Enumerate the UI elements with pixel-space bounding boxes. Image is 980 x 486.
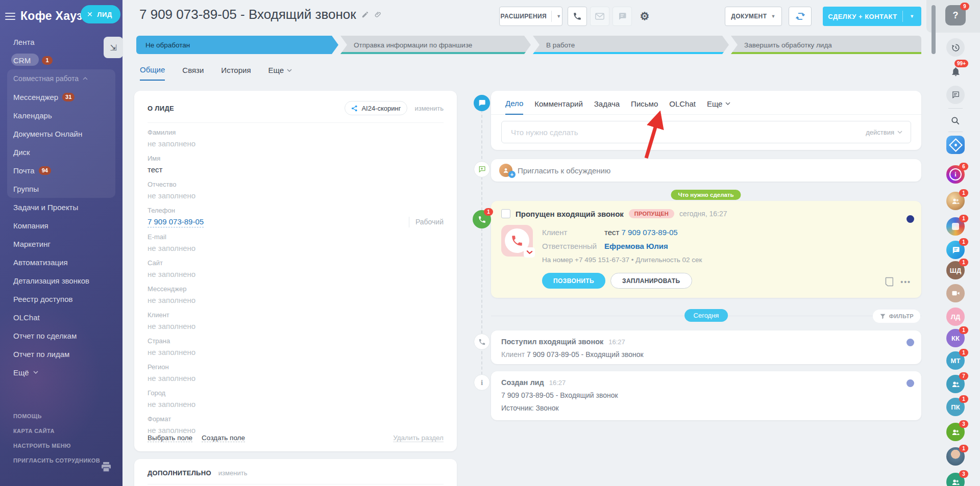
sidebar-item-mail[interactable]: Почта94 [0, 161, 122, 180]
stage-not-processed[interactable]: Не обработан [136, 36, 338, 54]
tab-activity[interactable]: Дело [505, 99, 523, 115]
video-call-icon[interactable] [946, 284, 965, 302]
help-link[interactable]: ПОМОЩЬ [13, 413, 100, 419]
chat-button[interactable] [612, 7, 632, 26]
chat-lines-icon[interactable] [946, 86, 965, 104]
network-app-icon[interactable] [946, 136, 965, 154]
tab-task[interactable]: Задача [594, 99, 620, 114]
tab-relations[interactable]: Связи [182, 65, 204, 81]
collage-app-avatar[interactable]: 1 [946, 217, 965, 236]
create-field-link[interactable]: Создать поле [202, 434, 245, 442]
info-app-icon[interactable]: i 6 [946, 165, 965, 184]
more-menu-icon[interactable]: ••• [900, 278, 911, 286]
sidebar-item-company[interactable]: Компания [0, 216, 122, 235]
notifications-bell-icon[interactable]: 99+ [946, 62, 965, 81]
caret-down-icon: ▼ [556, 14, 561, 19]
tab-general[interactable]: Общие [140, 65, 165, 81]
sidebar-item-automation[interactable]: Автоматизация [0, 253, 122, 271]
tab-history[interactable]: История [221, 65, 251, 81]
close-icon[interactable]: ✕ [87, 10, 93, 18]
chat-app-icon[interactable]: 1 [946, 241, 965, 259]
scrollbar[interactable] [932, 5, 936, 54]
today-pill[interactable]: Сегодня [684, 309, 728, 322]
sidebar-item-tasks[interactable]: Задачи и Проекты [0, 198, 122, 216]
sidebar-item-more[interactable]: Ещё [0, 363, 122, 381]
sidebar-item-marketing[interactable]: Маркетинг [0, 235, 122, 253]
group-chat-avatar[interactable]: 3 [946, 473, 965, 486]
sidebar-item-deal-report[interactable]: Отчет по сделкам [0, 326, 122, 345]
paperclip-icon[interactable] [374, 11, 382, 18]
settings-gear-icon[interactable]: ⚙ [635, 7, 654, 26]
actions-dropdown[interactable]: действия [866, 129, 902, 136]
printer-icon[interactable] [100, 462, 112, 473]
team-photo-avatar[interactable]: 1 [946, 192, 965, 210]
field-messenger: Мессенджер не заполнено [148, 285, 444, 305]
ai-scoring-button[interactable]: AI24-скоринг [345, 101, 407, 115]
user-avatar[interactable]: МТ 1 [946, 351, 965, 370]
responsible-link[interactable]: Ефремова Юлия [604, 239, 668, 253]
select-field-link[interactable]: Выбрать поле [148, 434, 192, 442]
email-button[interactable] [590, 7, 609, 26]
stage-in-progress[interactable]: В работе [533, 36, 729, 54]
edit-additional-link[interactable]: изменить [218, 469, 248, 477]
tab-olchat[interactable]: OLChat [669, 99, 696, 114]
sidebar-item-drive[interactable]: Диск [0, 143, 122, 161]
document-button[interactable]: ДОКУМЕНТ▼ [725, 7, 782, 26]
lead-slider-tab[interactable]: ✕ ЛИД [81, 5, 120, 23]
activity-checkbox[interactable] [501, 209, 510, 218]
stage-finish-processing[interactable]: Завершить обработку лида [731, 36, 921, 54]
todo-input[interactable] [510, 127, 866, 137]
activity-stream-icon [474, 95, 490, 111]
sidebar-item-access-registry[interactable]: Реестр доступов [0, 290, 122, 308]
invite-to-discussion-link[interactable]: Пригласить к обсуждению [518, 166, 610, 175]
todo-marker-pill[interactable]: Что нужно сделать [671, 190, 741, 200]
edit-title-icon[interactable] [361, 11, 369, 18]
add-participant-icon[interactable]: + [508, 171, 516, 178]
tab-more[interactable]: Еще [268, 65, 292, 81]
note-icon[interactable] [885, 277, 893, 287]
schedule-button[interactable]: ЗАПЛАНИРОВАТЬ [610, 273, 692, 289]
sidebar-collapse-button[interactable]: ⇲ [104, 37, 123, 58]
sidebar-item-messenger[interactable]: Мессенджер31 [0, 88, 122, 106]
tab-letter[interactable]: Письмо [631, 99, 658, 114]
user-photo-avatar[interactable]: 1 [946, 447, 965, 466]
call-button[interactable] [568, 7, 587, 26]
sidebar-item-calendar[interactable]: Календарь [0, 106, 122, 124]
phone-link[interactable]: 7 909 073-89-05 [148, 216, 204, 227]
tab-comment[interactable]: Комментарий [534, 99, 582, 114]
stage-franchise-info[interactable]: Отправка информации по франшизе [340, 36, 531, 54]
sidebar-item-olchat[interactable]: OLChat [0, 308, 122, 326]
group-chat-avatar[interactable]: 7 [946, 375, 965, 393]
tab-more[interactable]: Еще [707, 99, 731, 114]
timeline-marker-dot [906, 379, 914, 387]
group-chat-avatar[interactable]: 3 [946, 423, 965, 441]
timeline-date-divider: Сегодня ФИЛЬТР [491, 308, 921, 323]
sidebar-item-call-details[interactable]: Детализация звонков [0, 271, 122, 290]
sidebar-group-collaboration[interactable]: Совместная работа [0, 69, 122, 88]
configure-menu-link[interactable]: НАСТРОИТЬ МЕНЮ [13, 443, 100, 449]
user-avatar[interactable]: ПК 1 [946, 398, 965, 416]
field-website: Сайт не заполнено [148, 259, 444, 279]
invite-employees-link[interactable]: ПРИГЛАСИТЬ СОТРУДНИКОВ [13, 457, 100, 464]
user-avatar[interactable]: КК 1 [946, 329, 965, 347]
extensions-button[interactable]: РАСШИРЕНИЯ▼ [499, 7, 562, 26]
call-back-button[interactable]: ПОЗВОНИТЬ [542, 273, 605, 289]
search-icon[interactable] [946, 112, 965, 130]
history-clock-icon[interactable] [946, 38, 965, 57]
call-counter-badge: 1 [484, 208, 493, 216]
open-slider-button[interactable] [789, 7, 812, 26]
edit-lead-link[interactable]: изменить [414, 105, 444, 112]
sidebar-item-lead-report[interactable]: Отчет по лидам [0, 345, 122, 363]
sidebar-item-documents[interactable]: Документы Онлайн [0, 124, 122, 143]
create-deal-contact-button[interactable]: СДЕЛКУ + КОНТАКТ ▼ [823, 7, 921, 26]
sitemap-link[interactable]: КАРТА САЙТА [13, 428, 100, 434]
sidebar-item-groups[interactable]: Группы [0, 180, 122, 198]
activity-title[interactable]: Пропущен входящий звонок [516, 210, 624, 218]
user-avatar[interactable]: ШД 1 [946, 261, 965, 279]
client-phone-link[interactable]: 7 909 073-89-05 [622, 228, 678, 237]
user-avatar[interactable]: ЛД [946, 308, 965, 326]
delete-section-link[interactable]: Удалить раздел [393, 434, 444, 442]
help-button[interactable]: ? 9 [945, 5, 966, 25]
menu-burger-icon[interactable] [5, 13, 15, 20]
filter-button[interactable]: ФИЛЬТР [873, 310, 920, 323]
